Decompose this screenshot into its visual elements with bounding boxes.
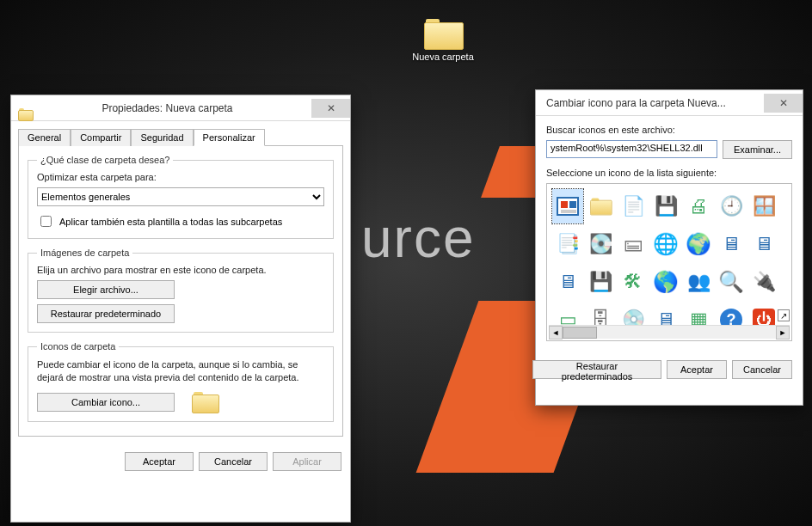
expand-icon[interactable]: ↗ [778, 309, 790, 321]
tab-compartir[interactable]: Compartir [71, 129, 131, 146]
close-button[interactable]: ✕ [764, 94, 803, 113]
world-icon[interactable]: 🌎 [650, 265, 681, 299]
floppy-icon[interactable]: 💾 [585, 265, 616, 299]
document-icon[interactable] [552, 189, 583, 223]
network-icon[interactable]: 🌍 [683, 227, 714, 261]
drive-icon[interactable]: 🖴 [618, 227, 649, 261]
change-icon-title: Cambiar icono para la carpeta Nueva... [543, 97, 764, 109]
group-folder-type-legend: ¿Qué clase de carpeta desea? [37, 155, 173, 165]
desktop-folder-label: Nueva carpeta [404, 52, 482, 62]
screen2-icon[interactable]: 🖥 [552, 265, 583, 299]
properties-title: Propiedades: Nueva carpeta [23, 102, 311, 114]
sheet-icon[interactable]: 📑 [552, 227, 583, 261]
display-icon[interactable]: 🖥 [716, 227, 747, 261]
change-icon-button[interactable]: Cambiar icono... [37, 393, 175, 412]
folder-icon [192, 392, 218, 413]
scroll-right-icon[interactable]: ► [776, 326, 790, 339]
disk-icon[interactable]: 💽 [585, 227, 616, 261]
icon-list[interactable]: 📄💾🖨🕘🪟📑💽🖴🌐🌍🖥🖥🖥💾🛠🌎👥🔍🔌▭🗄💿🖥▦?⏻ ↗ ◄ ► [546, 183, 792, 341]
group-folder-images: Imágenes de carpeta Elija un archivo par… [28, 248, 334, 333]
globe-icon[interactable]: 🌐 [650, 227, 681, 261]
regedit-icon[interactable]: 🛠 [618, 265, 649, 299]
tab-seguridad[interactable]: Seguridad [131, 129, 193, 146]
choose-file-button[interactable]: Elegir archivo... [37, 280, 175, 299]
restore-default-button[interactable]: Restaurar predeterminado [37, 304, 175, 323]
folder-icons-desc: Puede cambiar el icono de la carpeta, au… [37, 358, 324, 385]
properties-panel: ¿Qué clase de carpeta desea? Optimizar e… [18, 146, 343, 437]
apply-subfolders-label: Aplicar también esta plantilla a todas l… [59, 217, 282, 227]
usb-icon[interactable]: 🔌 [748, 265, 779, 299]
properties-titlebar[interactable]: Propiedades: Nueva carpeta ✕ [11, 95, 350, 121]
browse-button[interactable]: Examinar... [723, 140, 792, 159]
chip-icon[interactable]: 💾 [650, 189, 681, 223]
ok-button[interactable]: Aceptar [667, 360, 727, 379]
properties-tabs: General Compartir Seguridad Personalizar [18, 128, 343, 146]
folder-icon[interactable] [585, 189, 616, 223]
screen-icon[interactable]: 🖥 [748, 227, 779, 261]
cancel-button[interactable]: Cancelar [732, 360, 792, 379]
apply-button[interactable]: Aplicar [273, 452, 341, 471]
tab-general[interactable]: General [18, 129, 71, 146]
search-file-label: Buscar iconos en este archivo: [546, 125, 792, 135]
window-icon[interactable]: 🪟 [748, 189, 779, 223]
printer-icon[interactable]: 🖨 [683, 189, 714, 223]
search-icon[interactable]: 🔍 [716, 265, 747, 299]
apply-subfolders-checkbox[interactable] [40, 216, 52, 227]
page-icon[interactable]: 📄 [618, 189, 649, 223]
icon-scrollbar[interactable]: ◄ ► [549, 325, 790, 339]
properties-window: Propiedades: Nueva carpeta ✕ General Com… [10, 95, 351, 523]
select-icon-label: Seleccione un icono de la lista siguient… [546, 168, 792, 178]
clock-icon[interactable]: 🕘 [716, 189, 747, 223]
desktop-folder[interactable]: Nueva carpeta [404, 19, 482, 62]
group-folder-icons-legend: Iconos de carpeta [37, 341, 119, 352]
restore-defaults-button[interactable]: Restaurar predeterminados [532, 360, 661, 379]
people-icon[interactable]: 👥 [683, 265, 714, 299]
properties-footer: Aceptar Cancelar Aplicar [11, 443, 350, 480]
tab-personalizar[interactable]: Personalizar [194, 129, 265, 146]
folder-images-desc: Elija un archivo para mostrar en este ic… [37, 265, 324, 275]
ok-button[interactable]: Aceptar [125, 452, 194, 471]
apply-subfolders-row[interactable]: Aplicar también esta plantilla a todas l… [37, 213, 324, 229]
folder-icon [424, 19, 462, 48]
optimize-label: Optimizar esta carpeta para: [37, 172, 324, 182]
group-folder-type: ¿Qué clase de carpeta desea? Optimizar e… [28, 155, 334, 239]
scroll-left-icon[interactable]: ◄ [549, 326, 563, 339]
close-button[interactable]: ✕ [311, 99, 350, 118]
group-folder-icons: Iconos de carpeta Puede cambiar el icono… [28, 341, 334, 422]
change-icon-titlebar[interactable]: Cambiar icono para la carpeta Nueva... ✕ [536, 90, 803, 116]
scroll-thumb[interactable] [563, 327, 597, 339]
icon-path-input[interactable]: ystemRoot%\system32\SHELL32.dll [546, 140, 717, 158]
group-folder-images-legend: Imágenes de carpeta [37, 248, 132, 258]
bg-brand-text: urce [361, 206, 476, 270]
change-icon-window: Cambiar icono para la carpeta Nueva... ✕… [535, 89, 803, 406]
cancel-button[interactable]: Cancelar [199, 452, 268, 471]
change-icon-footer: Restaurar predeterminados Aceptar Cancel… [536, 348, 803, 389]
optimize-combo[interactable]: Elementos generales [37, 187, 324, 206]
